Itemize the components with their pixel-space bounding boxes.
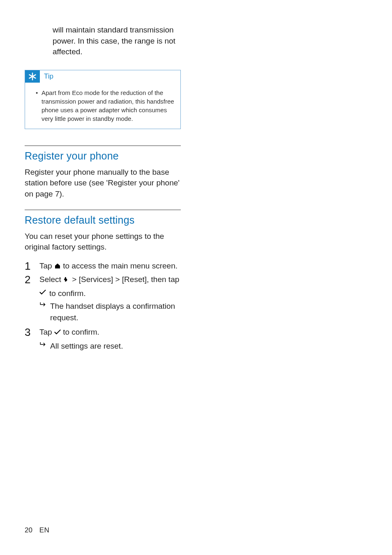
result-arrow-icon <box>39 301 50 323</box>
step-number: 2 <box>25 274 39 286</box>
asterisk-icon <box>25 70 40 83</box>
step-text: Tap to access the main menu screen. <box>39 260 181 273</box>
step-3: 3 Tap to confirm. <box>25 326 181 339</box>
tip-body: • Apart from Eco mode for the reduction … <box>25 83 180 129</box>
divider <box>25 146 181 146</box>
step-number: 3 <box>25 326 39 339</box>
result-arrow-icon <box>39 340 50 352</box>
tip-text: Apart from Eco mode for the reduction of… <box>42 88 175 123</box>
register-paragraph: Register your phone manually to the base… <box>25 167 181 200</box>
step-2: 2 Select > [Services] > [Reset], then ta… <box>25 274 181 286</box>
page-footer: 20 EN <box>25 526 49 534</box>
step-result-text: All settings are reset. <box>50 340 181 352</box>
bullet-icon: • <box>36 88 42 123</box>
step-2-sub1: to confirm. <box>39 288 181 299</box>
page: will maintain standard transmission powe… <box>0 0 392 555</box>
check-icon <box>39 288 49 299</box>
page-number: 20 <box>25 526 32 534</box>
divider <box>25 210 181 210</box>
step-result-text: The handset displays a confirmation requ… <box>50 301 181 323</box>
page-language: EN <box>39 526 50 534</box>
settings-icon <box>63 275 70 286</box>
heading-register: Register your phone <box>25 150 181 162</box>
tip-box: Tip • Apart from Eco mode for the reduct… <box>25 70 181 129</box>
trailing-paragraph: will maintain standard transmission powe… <box>53 25 181 58</box>
step-text: Tap to confirm. <box>39 326 181 339</box>
step-1: 1 Tap to access the main menu screen. <box>25 260 181 273</box>
tip-label: Tip <box>40 72 53 81</box>
steps-list: 1 Tap to access the main menu screen. 2 … <box>25 260 181 352</box>
column-left: will maintain standard transmission powe… <box>25 25 181 352</box>
step-2-result: The handset displays a confirmation requ… <box>39 301 181 323</box>
home-icon <box>54 261 61 273</box>
step-number: 1 <box>25 260 39 273</box>
step-3-result: All settings are reset. <box>39 340 181 352</box>
step-sub-text: to confirm. <box>49 288 181 299</box>
restore-intro: You can reset your phone settings to the… <box>25 231 181 253</box>
check-icon <box>54 327 61 339</box>
step-text: Select > [Services] > [Reset], then tap <box>39 274 181 286</box>
tip-header: Tip <box>25 70 180 83</box>
heading-restore: Restore default settings <box>25 214 181 226</box>
